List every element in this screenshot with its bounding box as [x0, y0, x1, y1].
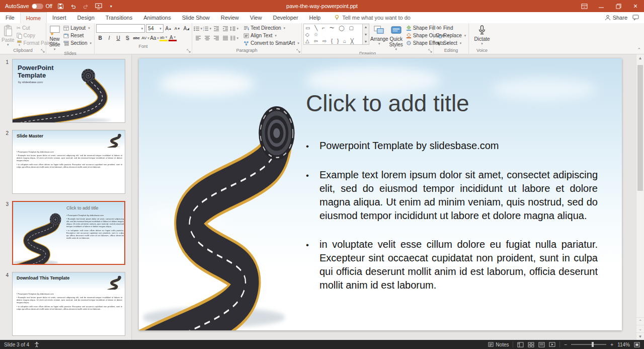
- scroll-up-icon[interactable]: ▲: [636, 54, 644, 62]
- minimize-button[interactable]: [593, 0, 610, 12]
- tab-file[interactable]: File: [0, 12, 20, 23]
- tab-transitions[interactable]: Transitions: [100, 12, 138, 23]
- tab-home[interactable]: Home: [20, 12, 47, 23]
- columns-button[interactable]: [230, 34, 238, 42]
- undo-button[interactable]: [69, 1, 77, 11]
- slide-bullet-2[interactable]: • Example text lorem ipsum dolor sit ame…: [306, 168, 598, 223]
- reading-view-icon[interactable]: [538, 342, 545, 347]
- font-size-combo[interactable]: 54 ▾: [146, 24, 164, 33]
- share-button[interactable]: Share: [605, 15, 627, 21]
- tab-help[interactable]: Help: [304, 12, 327, 23]
- scroll-down-icon[interactable]: ▼: [636, 332, 644, 340]
- replace-button[interactable]: Replace: [435, 32, 467, 39]
- text-shadow-button[interactable]: S: [123, 34, 131, 42]
- arrange-dropdown[interactable]: [378, 42, 380, 45]
- font-color-button[interactable]: A: [169, 35, 177, 41]
- decrease-indent-button[interactable]: [212, 25, 220, 33]
- font-name-combo[interactable]: ▾: [96, 24, 145, 33]
- zoom-in-button[interactable]: +: [610, 342, 613, 347]
- next-slide-button[interactable]: ⌄: [636, 325, 644, 332]
- paste-button[interactable]: Paste: [2, 24, 15, 46]
- vertical-scrollbar[interactable]: ▲ ⌃ ⌄ ▼: [636, 54, 644, 340]
- clipboard-dialog-launcher[interactable]: [40, 48, 45, 53]
- restore-button[interactable]: [610, 0, 627, 12]
- justify-button[interactable]: [221, 34, 229, 42]
- slide-body-placeholder[interactable]: • Powerpoint Template by slidesbase.com …: [306, 139, 598, 307]
- line-spacing-button[interactable]: [230, 25, 238, 33]
- tab-view[interactable]: View: [245, 12, 268, 23]
- arrange-button[interactable]: Arrange: [370, 24, 388, 45]
- slideshow-view-icon[interactable]: [549, 342, 555, 347]
- tab-slide-show[interactable]: Slide Show: [177, 12, 215, 23]
- scrollbar-thumb[interactable]: [637, 65, 643, 191]
- bullets-button[interactable]: [194, 25, 202, 33]
- gallery-up-icon[interactable]: ▲: [364, 25, 368, 29]
- slide-canvas[interactable]: Click to add title • Powerpoint Template…: [139, 58, 622, 330]
- gallery-more-icon[interactable]: ▼: [364, 40, 368, 43]
- align-center-button[interactable]: [203, 34, 211, 42]
- increase-indent-button[interactable]: [221, 25, 229, 33]
- zoom-slider[interactable]: [571, 344, 606, 345]
- slide-bullet-3[interactable]: • in voluptate velit esse cillum dolore …: [306, 238, 598, 292]
- comments-icon[interactable]: [632, 15, 639, 21]
- align-right-button[interactable]: [212, 34, 220, 42]
- align-text-button[interactable]: Align Text: [243, 32, 300, 39]
- underline-button[interactable]: U: [114, 34, 122, 42]
- clear-formatting-button[interactable]: A◢: [182, 25, 190, 32]
- tab-developer[interactable]: Developer: [267, 12, 303, 23]
- reset-button[interactable]: Reset: [62, 32, 93, 39]
- dictate-dropdown[interactable]: [481, 42, 483, 45]
- strikethrough-button[interactable]: abc: [132, 34, 140, 42]
- redo-button[interactable]: [82, 1, 90, 11]
- slide-title-placeholder[interactable]: Click to add title: [306, 90, 469, 117]
- character-spacing-button[interactable]: AV: [141, 34, 149, 42]
- slide-bullet-1[interactable]: • Powerpoint Template by slidesbase.com: [306, 139, 598, 153]
- convert-smartart-button[interactable]: Convert to SmartArt: [243, 39, 300, 47]
- tab-review[interactable]: Review: [215, 12, 245, 23]
- shapes-gallery[interactable]: ▭ ╲ ⌐ 〜 ◯ ▢ ◇ ☆ △ ⇦ ⇨ { } ⌂ ╳ ✦: [303, 24, 363, 45]
- zoom-slider-thumb[interactable]: [592, 342, 594, 347]
- shrink-font-button[interactable]: A▼: [174, 25, 182, 32]
- scrollbar-track[interactable]: [636, 62, 644, 317]
- tab-design[interactable]: Design: [72, 12, 100, 23]
- start-slideshow-button[interactable]: [95, 1, 103, 11]
- gallery-down-icon[interactable]: ▼: [364, 33, 368, 36]
- slide-thumbnail-1[interactable]: PowerPoint Template by slidesbase.com: [12, 59, 125, 123]
- section-button[interactable]: Section: [62, 39, 93, 47]
- ribbon-display-options-button[interactable]: [576, 0, 593, 12]
- accessibility-icon[interactable]: [34, 341, 40, 347]
- slide-indicator[interactable]: Slide 3 of 4: [4, 342, 29, 347]
- notes-button[interactable]: Notes: [488, 342, 509, 347]
- slide-sorter-view-icon[interactable]: [528, 342, 534, 347]
- slide-thumbnail-4[interactable]: Download This Template Powerpoint Templa…: [12, 272, 125, 336]
- zoom-level[interactable]: 114%: [617, 342, 630, 347]
- save-button[interactable]: [57, 1, 65, 11]
- paste-dropdown[interactable]: [7, 43, 9, 46]
- fit-to-window-icon[interactable]: [634, 342, 640, 347]
- align-left-button[interactable]: [194, 34, 202, 42]
- paragraph-dialog-launcher[interactable]: [295, 48, 301, 53]
- change-case-button[interactable]: Aa: [150, 34, 158, 42]
- font-dialog-launcher[interactable]: [186, 48, 191, 53]
- previous-slide-button[interactable]: ⌃: [636, 317, 644, 325]
- zoom-out-button[interactable]: −: [564, 342, 567, 347]
- shapes-row-1[interactable]: ▭ ╲ ⌐ 〜 ◯ ▢ ◇ ☆: [305, 25, 361, 38]
- quick-styles-button[interactable]: Quick Styles: [389, 24, 403, 51]
- highlight-color-button[interactable]: ab: [159, 35, 168, 41]
- new-slide-button[interactable]: New Slide: [48, 24, 61, 51]
- autosave-toggle[interactable]: AutoSave Off: [5, 3, 52, 9]
- customize-qat-button[interactable]: ▾: [107, 1, 115, 11]
- select-button[interactable]: Select: [435, 39, 467, 47]
- tell-me-box[interactable]: Tell me what you want to do: [334, 12, 411, 23]
- drawing-dialog-launcher[interactable]: [427, 48, 433, 53]
- normal-view-icon[interactable]: [517, 342, 524, 347]
- find-button[interactable]: Find: [435, 24, 467, 32]
- numbering-button[interactable]: [203, 25, 211, 33]
- shapes-gallery-scroll[interactable]: ▲ ▼ ▼: [363, 24, 369, 45]
- tab-animations[interactable]: Animations: [138, 12, 176, 23]
- dictate-button[interactable]: Dictate: [471, 24, 493, 45]
- close-button[interactable]: ×: [627, 0, 644, 12]
- tab-insert[interactable]: Insert: [47, 12, 72, 23]
- layout-button[interactable]: Layout: [62, 24, 93, 32]
- grow-font-button[interactable]: A▲: [165, 25, 173, 32]
